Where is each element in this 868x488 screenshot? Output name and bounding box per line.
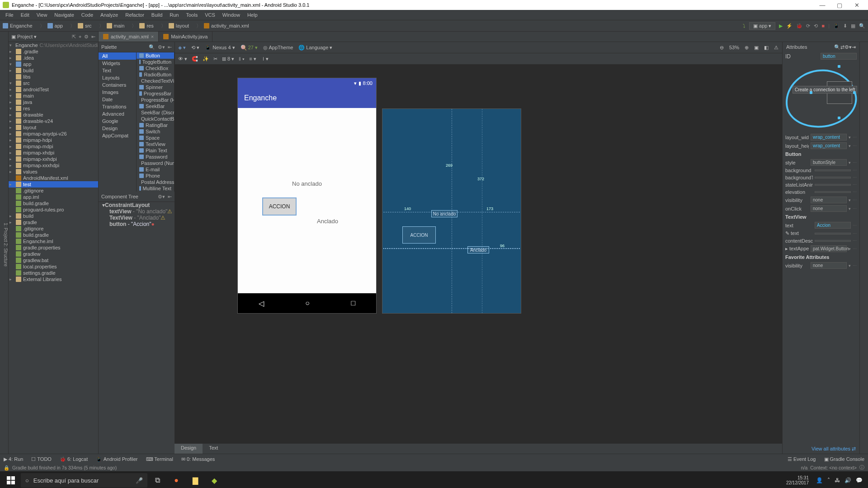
palette-cat[interactable]: Text <box>99 67 136 74</box>
palette-widget[interactable]: QuickContactBa <box>137 116 174 122</box>
collapse-icon[interactable]: ⇱ <box>72 34 76 40</box>
attr-row[interactable]: background⋯ <box>783 167 859 174</box>
palette-categories[interactable]: AllWidgetsTextLayoutsContainersImagesDat… <box>99 52 137 192</box>
tree-node[interactable]: ▾Enganche C:\Users\pcx\AndroidStudioPr <box>9 42 98 48</box>
attr-row[interactable]: visibilitynone▾⋯ <box>783 196 859 204</box>
attr-row[interactable]: layout_heightwrap_content▾⋯ <box>783 141 859 150</box>
tree-node[interactable]: ▸test <box>9 181 98 188</box>
tree-node[interactable]: gradlew.bat <box>9 257 98 263</box>
guideline-icon[interactable]: Ｉ▾ <box>261 56 269 62</box>
palette-widget[interactable]: Space <box>137 135 174 141</box>
tray-chevron-icon[interactable]: ˄ <box>827 477 830 483</box>
language-dropdown[interactable]: 🌐 Language ▾ <box>298 45 332 51</box>
api-dropdown[interactable]: 🍭 27 ▾ <box>241 45 258 51</box>
palette-cat[interactable]: Widgets <box>99 60 136 67</box>
palette-widget[interactable]: ProgressBar <box>137 90 174 97</box>
run-button[interactable]: ▶ <box>779 23 783 29</box>
structure-icon[interactable]: ▦ <box>851 23 855 29</box>
attributes-gear-icon[interactable]: ⚙▾ <box>844 44 852 50</box>
palette-toggle-icon[interactable]: ◈ ▾ <box>178 45 186 51</box>
tree-node[interactable]: ▾app <box>9 61 98 67</box>
tree-node[interactable]: proguard-rules.pro <box>9 206 98 213</box>
palette-widget[interactable]: Switch <box>137 128 174 135</box>
palette-cat[interactable]: Design <box>99 125 136 132</box>
project-dropdown[interactable]: ▣ Project ▾ <box>11 34 37 40</box>
zoom-in-icon[interactable]: ⊕ <box>745 45 749 51</box>
crumb-4[interactable]: res <box>139 23 153 29</box>
palette-widget[interactable]: CheckBox <box>137 65 174 71</box>
tree-node[interactable]: ▸layout <box>9 124 98 131</box>
attributes-hide-icon[interactable]: ⇥ <box>852 44 856 50</box>
preview-text-noanclado[interactable]: No anclado <box>292 180 322 187</box>
component-tree-row[interactable]: ▾ConstraintLayout <box>99 202 175 208</box>
menu-refactor[interactable]: Refactor <box>122 12 148 18</box>
stop-icon[interactable]: ■ <box>821 23 825 28</box>
palette-widget[interactable]: Plain Text <box>137 147 174 154</box>
palette-cat[interactable]: All <box>99 52 136 60</box>
crumb-6[interactable]: activity_main.xml <box>204 23 249 29</box>
warnings-icon[interactable]: ⚠ <box>774 45 778 51</box>
bottom-tool-item[interactable]: ⌨ Terminal <box>146 456 173 462</box>
palette-cat[interactable]: Layouts <box>99 74 136 81</box>
clear-constraints-icon[interactable]: ✂ <box>213 56 217 62</box>
tray-volume-icon[interactable]: 🔊 <box>844 477 851 483</box>
tree-node[interactable]: ▸build <box>9 213 98 219</box>
editor-tab[interactable]: MainActivity.java <box>159 32 212 42</box>
tree-node[interactable]: ▸drawable <box>9 112 98 118</box>
attr-row[interactable]: onClicknone▾⋯ <box>783 204 859 213</box>
crumb-3[interactable]: main <box>107 23 125 29</box>
menu-view[interactable]: View <box>33 12 51 18</box>
palette-cat[interactable]: Google <box>99 117 136 125</box>
menu-window[interactable]: Window <box>219 12 244 18</box>
palette-widget[interactable]: ProgressBar (Ho <box>137 97 174 103</box>
palette-widget[interactable]: ToggleButton <box>137 59 174 65</box>
palette-widget[interactable]: Button <box>137 52 174 59</box>
crumb-1[interactable]: app <box>47 23 63 29</box>
menu-analyze[interactable]: Analyze <box>97 12 122 18</box>
right-toolwindow-strip[interactable] <box>859 42 868 454</box>
component-tree-row[interactable]: button - "Accion"● <box>99 221 175 227</box>
tree-node[interactable]: ▸values <box>9 169 98 175</box>
tree-node[interactable]: gradlew <box>9 251 98 257</box>
design-tab[interactable]: Design <box>175 444 203 454</box>
attr-row[interactable]: elevation⋯ <box>783 188 859 196</box>
view-all-attributes-link[interactable]: View all attributes ⇄ <box>783 444 859 454</box>
palette-cat[interactable]: Containers <box>99 81 136 89</box>
tree-node[interactable]: settings.gradle <box>9 270 98 276</box>
component-tree[interactable]: ▾ConstraintLayouttextView - "No anclado"… <box>99 202 175 454</box>
tree-node[interactable]: ▸mipmap-anydpi-v26 <box>9 131 98 137</box>
component-tree-row[interactable]: TextView - "Anclado"⚠ <box>99 215 175 221</box>
tree-node[interactable]: AndroidManifest.xml <box>9 175 98 181</box>
tree-node[interactable]: ▾src <box>9 80 98 86</box>
palette-cat[interactable]: Images <box>99 89 136 96</box>
tree-node[interactable]: .gitignore <box>9 188 98 194</box>
taskbar-explorer-icon[interactable]: ▇ <box>186 471 204 488</box>
palette-cat[interactable]: Advanced <box>99 110 136 117</box>
align-icon[interactable]: ≡ ▾ <box>249 56 256 62</box>
magnet-icon[interactable]: 🧲 <box>192 56 198 62</box>
bottom-tool-item[interactable]: ✉ 0: Messages <box>181 456 215 462</box>
constraint-handle-right[interactable] <box>853 91 856 94</box>
design-surface[interactable]: ▾▮8:00 Enganche No anclado ACCION Anclad… <box>175 65 782 443</box>
bp-text-anclado[interactable]: Anclado <box>467 246 489 253</box>
wand-icon[interactable]: ✨ <box>203 56 209 62</box>
start-button[interactable] <box>2 471 20 488</box>
close-button[interactable]: ✕ <box>848 2 865 9</box>
attr-row[interactable]: stylebuttonStyle▾⋯ <box>783 158 859 167</box>
editor-tab[interactable]: activity_main.xml× <box>99 32 159 42</box>
palette-widget[interactable]: Phone <box>137 173 174 179</box>
run-config-dropdown[interactable]: ▣ app ▾ <box>749 22 775 30</box>
tree-node[interactable]: local.properties <box>9 263 98 270</box>
attr-row[interactable]: ✎ text⋯ <box>783 230 859 237</box>
tree-node[interactable]: build.gradle <box>9 200 98 206</box>
tree-node[interactable]: ▸gradle <box>9 219 98 225</box>
palette-widget[interactable]: RatingBar <box>137 122 174 128</box>
attributes-search-icon[interactable]: 🔍 <box>834 44 840 50</box>
gradle-console-button[interactable]: ▣ Gradle Console <box>824 456 865 462</box>
pan-icon[interactable]: ◧ <box>764 45 769 51</box>
default-margin[interactable]: ⊞ 8 ▾ <box>222 56 234 62</box>
menu-navigate[interactable]: Navigate <box>51 12 77 18</box>
tree-node[interactable]: ▸build <box>9 67 98 74</box>
palette-widget[interactable]: SeekBar (Discret <box>137 109 174 116</box>
tree-node[interactable]: ▸mipmap-hdpi <box>9 137 98 143</box>
